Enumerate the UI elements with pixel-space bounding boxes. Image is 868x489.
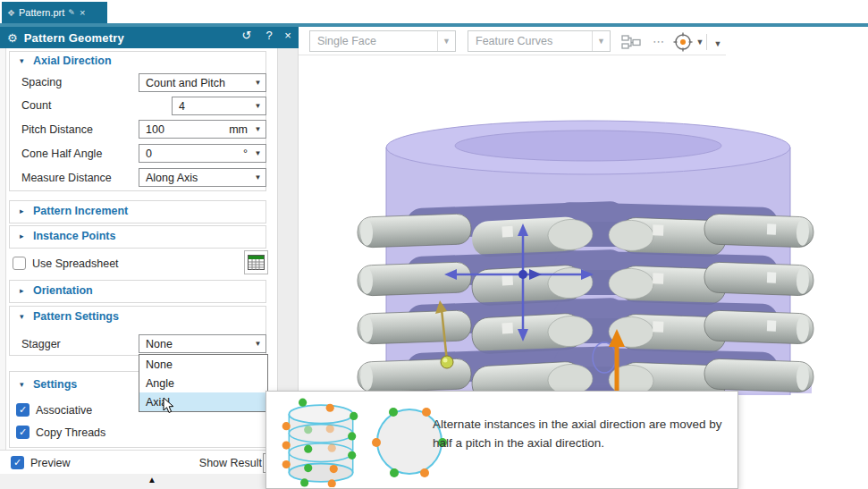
associative-label: Associative [36, 404, 92, 417]
section-label: Pattern Increment [33, 205, 128, 217]
spacing-label: Spacing [21, 76, 62, 89]
check-icon: ✓ [13, 458, 21, 468]
stagger-axial-tooltip: Alternate instances in the axial directi… [265, 391, 738, 489]
toolbar-overflow-icon[interactable]: ▼ [712, 38, 724, 49]
check-icon: ✓ [19, 427, 27, 437]
chevron-down-icon: ▾ [20, 56, 27, 65]
spacing-value: Count and Pitch [146, 77, 250, 89]
modified-icon: ✎ [68, 8, 75, 17]
measure-distance-label: Measure Distance [21, 172, 112, 184]
chevron-down-icon: ▼ [250, 173, 265, 181]
help-button[interactable]: ? [261, 29, 277, 42]
section-orientation[interactable]: ▸ Orientation [20, 284, 93, 297]
chevron-down-icon: ▼ [437, 31, 455, 51]
tooltip-text: Alternate instances in the axial directi… [433, 416, 733, 453]
tab-close-icon[interactable]: × [80, 7, 85, 18]
feature-curves-value: Feature Curves [476, 35, 552, 47]
dropdown-option-none[interactable]: None [139, 355, 267, 374]
chevron-right-icon: ▸ [20, 207, 27, 215]
measure-distance-select[interactable]: Along Axis ▼ [139, 168, 266, 187]
dropdown-option-axial[interactable]: Axial [139, 392, 267, 411]
csys-orient-icon[interactable] [673, 32, 693, 52]
mouse-cursor [163, 397, 175, 415]
check-icon: ✓ [19, 405, 27, 415]
stagger-label: Stagger [21, 338, 61, 350]
single-face-value: Single Face [317, 35, 376, 47]
pitch-distance-unit: mm [229, 123, 248, 136]
pitch-distance-value: 100 [146, 123, 229, 136]
chevron-right-icon: ▸ [20, 232, 27, 240]
show-result-label: Show Result [176, 457, 262, 469]
reset-button[interactable]: ↺ [239, 29, 255, 42]
more-options-icon[interactable]: ⋯ [650, 34, 668, 48]
use-spreadsheet-label: Use Spreadsheet [32, 257, 119, 270]
copy-threads-checkbox[interactable]: ✓ [16, 426, 29, 439]
chevron-down-icon: ▾ [20, 380, 27, 389]
section-axial-direction[interactable]: ▾ Axial Direction [20, 55, 112, 67]
document-tab-title: Pattern.prt [19, 7, 64, 18]
pitch-distance-input[interactable]: 100 mm ▼ [139, 120, 266, 139]
spreadsheet-icon [248, 255, 265, 270]
document-tab[interactable]: ❖ Pattern.prt ✎ × [2, 2, 107, 23]
chevron-down-icon[interactable]: ▼ [695, 37, 705, 47]
chevron-down-icon: ▼ [250, 340, 265, 348]
gear-icon: ⚙ [7, 31, 18, 45]
section-label: Axial Direction [33, 55, 112, 67]
use-spreadsheet-checkbox[interactable] [13, 257, 26, 270]
section-label: Orientation [33, 284, 93, 297]
chevron-down-icon: ▼ [250, 125, 265, 133]
toolbar-separator [706, 34, 707, 50]
count-value: 4 [179, 100, 250, 113]
section-settings[interactable]: ▾ Settings [20, 378, 77, 391]
section-pattern-settings[interactable]: ▾ Pattern Settings [20, 310, 119, 323]
section-pattern-increment[interactable]: ▸ Pattern Increment [20, 205, 128, 217]
copy-threads-label: Copy Threads [36, 426, 105, 439]
cone-half-angle-unit: ° [243, 148, 248, 160]
section-label: Settings [33, 378, 77, 391]
section-label: Instance Points [33, 230, 115, 242]
stagger-cylinder-illustration [275, 396, 367, 487]
section-instance-points[interactable]: ▸ Instance Points [20, 230, 115, 242]
chevron-down-icon: ▼ [250, 102, 265, 110]
part-icon: ❖ [7, 8, 15, 18]
cone-half-angle-value: 0 [146, 148, 243, 160]
section-label: Pattern Settings [33, 310, 119, 323]
chevron-down-icon: ▼ [592, 31, 610, 51]
edit-spreadsheet-button[interactable] [244, 250, 268, 274]
chevron-right-icon: ▸ [20, 286, 27, 295]
hierarchy-icon[interactable] [620, 33, 642, 51]
footer-divider [0, 450, 277, 451]
stagger-value: None [146, 338, 250, 350]
chevron-down-icon: ▼ [250, 149, 265, 157]
cone-half-angle-label: Cone Half Angle [21, 148, 102, 160]
dialog-scrollbar[interactable] [0, 48, 6, 450]
single-face-select[interactable]: Single Face ▼ [309, 30, 456, 52]
application-window: ❖ Pattern.prt ✎ × ⚙ Pattern Geometry ↺ ?… [0, 0, 868, 489]
measure-distance-value: Along Axis [146, 172, 250, 184]
spacing-select[interactable]: Count and Pitch ▼ [139, 73, 266, 92]
stagger-select[interactable]: None ▼ [139, 334, 266, 353]
preview-label: Preview [30, 457, 70, 469]
chevron-down-icon: ▾ [20, 312, 27, 321]
cone-half-angle-input[interactable]: 0 ° ▼ [139, 144, 266, 163]
chevron-down-icon: ▼ [250, 79, 265, 87]
tab-bar: ❖ Pattern.prt ✎ × [0, 0, 868, 23]
close-button[interactable]: × [280, 29, 296, 42]
collapse-panel-button[interactable]: ▲ [143, 475, 161, 485]
count-label: Count [21, 99, 51, 112]
dialog-title: Pattern Geometry [24, 31, 124, 45]
pitch-distance-label: Pitch Distance [21, 123, 93, 136]
stagger-dropdown-list: None Angle Axial [139, 354, 268, 412]
feature-curves-select[interactable]: Feature Curves ▼ [468, 30, 611, 52]
preview-checkbox[interactable]: ✓ [11, 456, 24, 469]
dropdown-option-angle[interactable]: Angle [139, 374, 267, 392]
dialog-bottom-strip [0, 474, 277, 489]
count-select[interactable]: 4 ▼ [172, 97, 266, 115]
associative-checkbox[interactable]: ✓ [16, 403, 29, 417]
